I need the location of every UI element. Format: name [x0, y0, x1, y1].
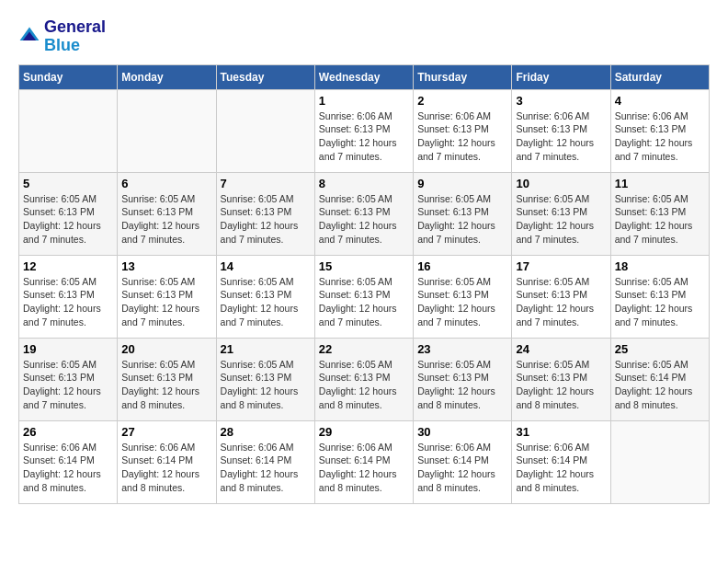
dow-monday: Monday [118, 64, 216, 89]
week-row-5: 26Sunrise: 6:06 AMSunset: 6:14 PMDayligh… [19, 420, 710, 503]
logo-text-line1: General [44, 18, 106, 37]
calendar-cell: 18Sunrise: 6:05 AMSunset: 6:13 PMDayligh… [610, 255, 709, 338]
day-number: 4 [615, 94, 705, 108]
calendar-cell: 30Sunrise: 6:06 AMSunset: 6:14 PMDayligh… [414, 420, 512, 503]
day-number: 12 [23, 259, 113, 273]
calendar-cell: 24Sunrise: 6:05 AMSunset: 6:13 PMDayligh… [512, 338, 610, 420]
calendar-cell: 13Sunrise: 6:05 AMSunset: 6:13 PMDayligh… [118, 255, 216, 338]
day-number: 3 [516, 94, 606, 108]
day-number: 8 [319, 177, 409, 190]
week-row-4: 19Sunrise: 6:05 AMSunset: 6:13 PMDayligh… [19, 338, 710, 420]
day-info: Sunrise: 6:06 AMSunset: 6:14 PMDaylight:… [516, 441, 606, 495]
day-info: Sunrise: 6:05 AMSunset: 6:13 PMDaylight:… [23, 358, 113, 412]
day-info: Sunrise: 6:05 AMSunset: 6:13 PMDaylight:… [221, 358, 311, 412]
day-info: Sunrise: 6:06 AMSunset: 6:14 PMDaylight:… [23, 441, 113, 495]
day-info: Sunrise: 6:05 AMSunset: 6:13 PMDaylight:… [121, 192, 211, 247]
calendar-cell: 23Sunrise: 6:05 AMSunset: 6:13 PMDayligh… [414, 338, 512, 420]
day-number: 15 [319, 259, 409, 273]
logo-text-line2: Blue [44, 37, 106, 55]
calendar-cell: 1Sunrise: 6:06 AMSunset: 6:13 PMDaylight… [314, 89, 413, 172]
day-info: Sunrise: 6:05 AMSunset: 6:13 PMDaylight:… [23, 275, 113, 329]
day-info: Sunrise: 6:05 AMSunset: 6:13 PMDaylight:… [221, 192, 311, 247]
day-number: 21 [221, 342, 311, 356]
calendar-cell: 27Sunrise: 6:06 AMSunset: 6:14 PMDayligh… [118, 420, 216, 503]
day-number: 20 [121, 342, 211, 356]
day-info: Sunrise: 6:05 AMSunset: 6:13 PMDaylight:… [516, 358, 606, 412]
calendar-cell: 28Sunrise: 6:06 AMSunset: 6:14 PMDayligh… [216, 420, 314, 503]
week-row-1: 1Sunrise: 6:06 AMSunset: 6:13 PMDaylight… [19, 89, 710, 172]
day-number: 6 [121, 177, 211, 190]
calendar-cell: 31Sunrise: 6:06 AMSunset: 6:14 PMDayligh… [512, 420, 610, 503]
calendar-cell [216, 89, 314, 172]
logo: General Blue [18, 18, 106, 55]
day-number: 23 [417, 342, 507, 356]
day-info: Sunrise: 6:05 AMSunset: 6:13 PMDaylight:… [516, 192, 606, 247]
calendar-cell: 15Sunrise: 6:05 AMSunset: 6:13 PMDayligh… [314, 255, 413, 338]
day-info: Sunrise: 6:05 AMSunset: 6:13 PMDaylight:… [615, 275, 705, 329]
day-number: 10 [516, 177, 606, 190]
day-number: 26 [23, 425, 113, 439]
calendar-cell: 8Sunrise: 6:05 AMSunset: 6:13 PMDaylight… [314, 172, 413, 255]
day-info: Sunrise: 6:06 AMSunset: 6:13 PMDaylight:… [615, 109, 705, 164]
dow-thursday: Thursday [414, 64, 512, 89]
logo-icon [18, 26, 40, 48]
calendar-cell: 6Sunrise: 6:05 AMSunset: 6:13 PMDaylight… [118, 172, 216, 255]
day-number: 13 [121, 259, 211, 273]
calendar-body: 1Sunrise: 6:06 AMSunset: 6:13 PMDaylight… [19, 89, 710, 503]
day-number: 14 [221, 259, 311, 273]
calendar-cell: 14Sunrise: 6:05 AMSunset: 6:13 PMDayligh… [216, 255, 314, 338]
week-row-2: 5Sunrise: 6:05 AMSunset: 6:13 PMDaylight… [19, 172, 710, 255]
day-number: 24 [516, 342, 606, 356]
calendar-cell: 9Sunrise: 6:05 AMSunset: 6:13 PMDaylight… [414, 172, 512, 255]
day-info: Sunrise: 6:06 AMSunset: 6:14 PMDaylight:… [221, 441, 311, 495]
day-number: 5 [23, 177, 113, 190]
day-number: 18 [615, 259, 705, 273]
day-number: 11 [615, 177, 705, 190]
calendar-cell: 5Sunrise: 6:05 AMSunset: 6:13 PMDaylight… [19, 172, 118, 255]
day-number: 16 [417, 259, 507, 273]
day-number: 1 [319, 94, 409, 108]
day-of-week-header-row: SundayMondayTuesdayWednesdayThursdayFrid… [19, 64, 710, 89]
day-info: Sunrise: 6:06 AMSunset: 6:13 PMDaylight:… [319, 109, 409, 164]
day-number: 29 [319, 425, 409, 439]
day-number: 28 [221, 425, 311, 439]
day-number: 7 [221, 177, 311, 190]
dow-tuesday: Tuesday [216, 64, 314, 89]
day-info: Sunrise: 6:06 AMSunset: 6:13 PMDaylight:… [417, 109, 507, 164]
day-info: Sunrise: 6:05 AMSunset: 6:13 PMDaylight:… [319, 275, 409, 329]
calendar-cell: 2Sunrise: 6:06 AMSunset: 6:13 PMDaylight… [414, 89, 512, 172]
day-info: Sunrise: 6:05 AMSunset: 6:13 PMDaylight:… [417, 275, 507, 329]
day-info: Sunrise: 6:06 AMSunset: 6:14 PMDaylight:… [121, 441, 211, 495]
day-info: Sunrise: 6:05 AMSunset: 6:13 PMDaylight:… [319, 358, 409, 412]
day-number: 19 [23, 342, 113, 356]
day-info: Sunrise: 6:05 AMSunset: 6:13 PMDaylight:… [417, 192, 507, 247]
calendar-cell: 21Sunrise: 6:05 AMSunset: 6:13 PMDayligh… [216, 338, 314, 420]
day-number: 9 [417, 177, 507, 190]
calendar-table: SundayMondayTuesdayWednesdayThursdayFrid… [18, 64, 710, 504]
calendar-cell: 19Sunrise: 6:05 AMSunset: 6:13 PMDayligh… [19, 338, 118, 420]
calendar-cell [19, 89, 118, 172]
day-info: Sunrise: 6:06 AMSunset: 6:13 PMDaylight:… [516, 109, 606, 164]
day-info: Sunrise: 6:05 AMSunset: 6:14 PMDaylight:… [615, 358, 705, 412]
day-number: 25 [615, 342, 705, 356]
dow-saturday: Saturday [610, 64, 709, 89]
page-header: General Blue [18, 18, 710, 55]
day-info: Sunrise: 6:05 AMSunset: 6:13 PMDaylight:… [516, 275, 606, 329]
calendar-cell: 17Sunrise: 6:05 AMSunset: 6:13 PMDayligh… [512, 255, 610, 338]
calendar-cell: 12Sunrise: 6:05 AMSunset: 6:13 PMDayligh… [19, 255, 118, 338]
calendar-cell [118, 89, 216, 172]
day-info: Sunrise: 6:05 AMSunset: 6:13 PMDaylight:… [221, 275, 311, 329]
day-info: Sunrise: 6:05 AMSunset: 6:13 PMDaylight:… [615, 192, 705, 247]
calendar-cell: 10Sunrise: 6:05 AMSunset: 6:13 PMDayligh… [512, 172, 610, 255]
calendar-cell: 29Sunrise: 6:06 AMSunset: 6:14 PMDayligh… [314, 420, 413, 503]
calendar-cell: 22Sunrise: 6:05 AMSunset: 6:13 PMDayligh… [314, 338, 413, 420]
dow-wednesday: Wednesday [314, 64, 413, 89]
day-number: 17 [516, 259, 606, 273]
calendar-cell: 16Sunrise: 6:05 AMSunset: 6:13 PMDayligh… [414, 255, 512, 338]
calendar-cell: 20Sunrise: 6:05 AMSunset: 6:13 PMDayligh… [118, 338, 216, 420]
dow-friday: Friday [512, 64, 610, 89]
calendar-cell [610, 420, 709, 503]
day-info: Sunrise: 6:06 AMSunset: 6:14 PMDaylight:… [417, 441, 507, 495]
calendar-cell: 4Sunrise: 6:06 AMSunset: 6:13 PMDaylight… [610, 89, 709, 172]
calendar-cell: 7Sunrise: 6:05 AMSunset: 6:13 PMDaylight… [216, 172, 314, 255]
